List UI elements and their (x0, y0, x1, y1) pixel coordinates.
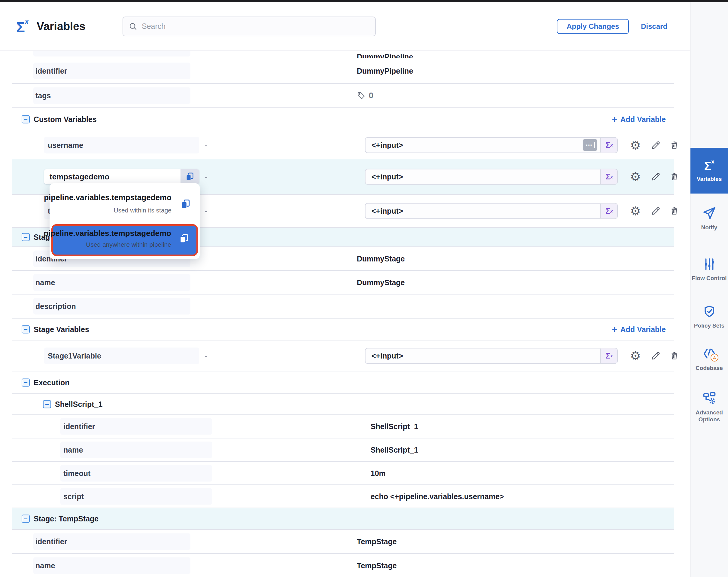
copy-name-button[interactable] (181, 169, 199, 184)
variable-value-input[interactable]: <+input> Σx (365, 203, 618, 219)
variable-name-field[interactable]: Stage1Variable (44, 347, 199, 364)
section-title: Stage: TempStage (34, 515, 99, 523)
field-label: identifier (33, 533, 190, 550)
delete-variable-button[interactable] (668, 205, 680, 217)
table-row: description (12, 295, 674, 319)
variable-name-field[interactable]: username (44, 137, 199, 153)
copy-option-stage-scope[interactable]: pipeline.variables.tempstagedemo Used wi… (50, 186, 200, 222)
variable-name-input[interactable]: tempstagedemo (44, 169, 199, 184)
variable-value-input[interactable]: <+input> Σx (365, 169, 618, 185)
table-row: name DummyStage (12, 271, 674, 295)
field-value: TempStage (357, 561, 397, 570)
field-label: name (60, 442, 212, 458)
table-row: name TempStage (12, 554, 674, 577)
apply-changes-button[interactable]: Apply Changes (557, 19, 629, 34)
runtime-input-sigma-button[interactable]: Σx (600, 204, 617, 219)
field-label: tags (33, 87, 190, 104)
collapse-icon[interactable]: − (22, 515, 30, 523)
step-title: ShellScript_1 (55, 400, 102, 409)
section-title: Execution (34, 378, 69, 387)
discard-button[interactable]: Discard (641, 22, 667, 31)
section-header-stage-tempstage: − Stage: TempStage (12, 508, 674, 530)
variable-type: - (205, 173, 207, 181)
table-row: identifier ShellScript_1 (12, 415, 674, 438)
sidebar-item-notify[interactable]: Notify (691, 201, 728, 235)
warning-badge-icon (710, 354, 719, 361)
table-row: DummyPipeline (12, 51, 674, 58)
edit-variable-button[interactable] (649, 170, 662, 183)
variable-value-input[interactable]: <+input> ••• Σx (365, 137, 618, 153)
search-input[interactable] (142, 22, 370, 31)
sliders-icon (702, 257, 716, 271)
collapse-icon[interactable]: − (22, 378, 30, 386)
section-title: Custom Variables (34, 115, 97, 124)
sidebar-item-flow-control[interactable]: Flow Control (691, 248, 728, 291)
field-value: ShellScript_1 (371, 422, 418, 431)
field-value: DummyPipeline (357, 53, 413, 58)
field-value: 10m (371, 469, 386, 478)
table-row: name ShellScript_1 (12, 438, 674, 462)
variable-row-stage1variable: Stage1Variable - <+input> Σx ⚙ (12, 341, 674, 372)
field-value: DummyPipeline (357, 67, 413, 75)
search-box[interactable] (123, 17, 376, 36)
delete-variable-button[interactable] (668, 170, 680, 183)
plus-icon: + (612, 114, 617, 124)
runtime-input-sigma-button[interactable]: Σx (600, 170, 617, 184)
variables-panel-header: Σx Variables Apply Changes Discard (0, 2, 690, 51)
expression-text: pipeline.variables.tempstagedemo (44, 229, 171, 238)
edit-variable-button[interactable] (649, 139, 662, 151)
section-header-custom-variables: − Custom Variables + Add Variable (12, 107, 674, 131)
sidebar-item-codebase[interactable]: Codebase (691, 341, 728, 377)
sidebar-item-advanced-options[interactable]: Advanced Options (691, 384, 728, 429)
copy-option-pipeline-scope-selected[interactable]: pipeline.variables.tempstagedemo Used an… (51, 224, 198, 256)
scope-text: Used within its stage (113, 207, 172, 214)
variable-settings-button[interactable]: ⚙ (629, 170, 642, 183)
add-variable-button[interactable]: + Add Variable (612, 325, 666, 333)
field-value: DummyStage (357, 278, 405, 287)
scope-text: Used anywhere within pipeline (86, 241, 171, 248)
variable-type: - (205, 351, 207, 360)
field-label: description (33, 298, 190, 315)
delete-variable-button[interactable] (668, 350, 680, 362)
sidebar-item-policy-sets[interactable]: Policy Sets (691, 294, 728, 339)
collapse-icon[interactable]: − (22, 325, 30, 333)
search-icon (129, 22, 137, 31)
delete-variable-button[interactable] (668, 139, 680, 151)
collapse-icon[interactable]: − (22, 233, 30, 241)
table-row: timeout 10m (12, 462, 674, 485)
variable-settings-button[interactable]: ⚙ (629, 350, 642, 362)
runtime-input-sigma-button[interactable]: Σx (600, 348, 617, 363)
copy-icon[interactable] (178, 233, 190, 244)
field-label: identifier (60, 418, 212, 435)
variable-row-username: username - <+input> ••• Σx ⚙ (12, 131, 674, 159)
flowchart-gear-icon (702, 391, 717, 405)
sidebar-item-variables[interactable]: Σx Variables (691, 148, 728, 194)
plus-icon: + (612, 324, 617, 333)
expression-text: pipeline.variables.tempstagedemo (44, 193, 172, 202)
input-caret-button[interactable]: ••• (583, 139, 597, 151)
section-header-stage-variables: − Stage Variables + Add Variable (12, 319, 674, 341)
runtime-input-sigma-button[interactable]: Σx (600, 137, 617, 152)
variable-settings-button[interactable]: ⚙ (629, 139, 642, 151)
table-row: tags 0 (12, 84, 674, 107)
copy-icon[interactable] (180, 198, 191, 210)
field-label: name (33, 274, 190, 291)
variable-settings-button[interactable]: ⚙ (629, 205, 642, 217)
codebase-icon (702, 347, 717, 361)
table-row: identifier DummyPipeline (12, 58, 674, 84)
add-variable-button[interactable]: + Add Variable (612, 115, 666, 124)
variables-table: DummyPipeline identifier DummyPipeline t… (12, 51, 674, 577)
collapse-icon[interactable]: − (22, 115, 30, 123)
page-title: Variables (37, 20, 85, 33)
edit-variable-button[interactable] (649, 350, 662, 362)
field-value: echo <+pipeline.variables.username> (371, 492, 504, 501)
variable-type: - (205, 141, 207, 149)
field-label: name (33, 557, 190, 574)
collapse-icon[interactable]: − (43, 400, 51, 408)
browser-top-strip (0, 0, 728, 2)
field-label: script (60, 488, 212, 505)
variable-value-input[interactable]: <+input> Σx (365, 348, 618, 363)
edit-variable-button[interactable] (649, 205, 662, 217)
field-label (33, 51, 190, 56)
field-label: timeout (60, 465, 212, 481)
